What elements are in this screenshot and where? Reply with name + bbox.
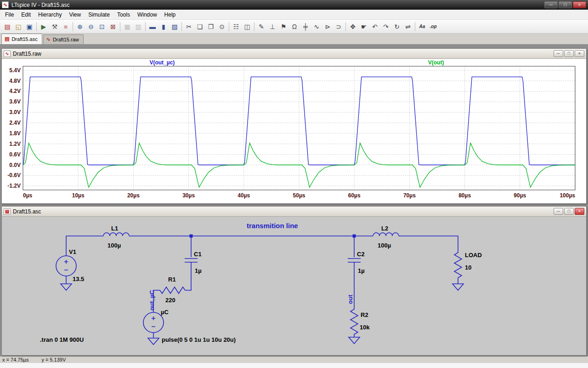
l2-name: L2 (381, 225, 388, 232)
rotate-button[interactable]: ↻ (391, 21, 402, 32)
menu-file[interactable]: File (1, 10, 17, 19)
l2-inductor[interactable]: L2 100µ (373, 225, 399, 249)
net-label-out[interactable]: out (347, 294, 354, 304)
menu-window[interactable]: Window (134, 10, 161, 19)
y-axis-tick-label: 3.0V (9, 109, 21, 115)
legend-v-out-c-[interactable]: V(out_µc) (149, 59, 175, 66)
window-title: LTspice IV - Draft15.asc (11, 2, 70, 8)
wire-button[interactable]: ✎ (256, 21, 267, 32)
r1-resistor[interactable]: R1 220 (158, 276, 187, 304)
schematic-file-icon: ▤ (4, 208, 11, 215)
tab-draft15.raw[interactable]: ∿Draft15.raw (43, 34, 84, 44)
schem-minimize-button[interactable]: ─ (554, 208, 563, 215)
cursor-y-readout: y = 5.139V (41, 357, 66, 362)
new-schematic-button[interactable]: ▤ (2, 21, 13, 32)
toolbar-separator (345, 22, 346, 31)
waveform-window-caption[interactable]: ∿ Draft15.raw ─ □ × (2, 49, 586, 59)
find-button[interactable]: ⊙ (216, 21, 227, 32)
toolbar-separator (229, 22, 229, 31)
wire-top-run[interactable] (66, 236, 458, 256)
r1-name: R1 (168, 276, 176, 283)
x-axis-tick-label: 100µs (560, 192, 575, 199)
toolbar-separator (181, 22, 182, 31)
menu-simulate[interactable]: Simulate (85, 10, 113, 19)
load-resistor[interactable]: LOAD 10 (452, 251, 482, 290)
diode-button[interactable]: ⊳ (322, 21, 333, 32)
l1-inductor[interactable]: L1 100µ (103, 225, 129, 249)
menu-help[interactable]: Help (161, 10, 180, 19)
spice-directive-text[interactable]: .tran 0 1M 900U (40, 336, 84, 343)
y-axis-tick-label: 1.2V (9, 141, 21, 147)
menu-view[interactable]: View (65, 10, 85, 19)
print-preview-button[interactable]: ◫ (242, 21, 253, 32)
schematic-canvas[interactable]: V1 13.5 L1 100µ L2 100µ (2, 217, 586, 355)
drag-button[interactable]: ☛ (358, 21, 369, 32)
r2-resistor[interactable]: R2 10k (349, 308, 370, 344)
cursor-x-readout: x = 74.75µs (2, 357, 28, 362)
label-net-button[interactable]: ⚑ (278, 21, 289, 32)
net-label-out-uc[interactable]: out_µC (148, 290, 155, 310)
inductor-button[interactable]: ∿ (311, 21, 322, 32)
x-axis-tick-label: 20µs (127, 192, 140, 199)
move-button[interactable]: ✥ (347, 21, 358, 32)
resistor-button[interactable]: Ω (289, 21, 300, 32)
r2-name: R2 (361, 311, 368, 318)
text-button[interactable]: Aa (417, 21, 428, 32)
run-button[interactable]: ▶ (38, 21, 49, 32)
schematic-window-caption[interactable]: ▤ Draft15.asc ─ □ × (2, 207, 586, 217)
uc-value: pulse(0 5 0 1u 1u 10u 20u) (162, 336, 236, 343)
y-axis-tick-label: 0.0V (9, 162, 21, 168)
mirror-button[interactable]: ⇌ (402, 21, 413, 32)
open-button[interactable]: ◱ (13, 21, 24, 32)
ground-button[interactable]: ⊥ (267, 21, 278, 32)
c1-capacitor[interactable]: C1 1µ (185, 237, 202, 290)
paste-button[interactable]: ❐ (205, 21, 216, 32)
print-button[interactable]: ☷ (231, 21, 242, 32)
menu-hierarchy[interactable]: Hierarchy (34, 10, 65, 19)
halt-button: ■ (60, 21, 71, 32)
tile-horizontal-button[interactable]: ▬ (147, 21, 158, 32)
l1-name: L1 (111, 225, 118, 232)
menu-tools[interactable]: Tools (113, 10, 134, 19)
undo-button[interactable]: ↶ (369, 21, 380, 32)
tab-draft15.asc[interactable]: ▤Draft15.asc (1, 34, 42, 44)
save-button[interactable]: ▣ (24, 21, 35, 32)
v1-voltage-source[interactable]: V1 13.5 (56, 248, 84, 290)
menubar: FileEditHierarchyViewSimulateToolsWindow… (0, 10, 588, 20)
tab-label: Draft15.raw (53, 37, 79, 42)
zoom-full-extents-button[interactable]: ⊠ (107, 21, 119, 32)
schem-restore-button[interactable]: □ (564, 208, 574, 215)
minimize-button[interactable]: ─ (544, 1, 558, 8)
l2-value: 100µ (378, 242, 391, 249)
waveform-chart[interactable]: 5.4V4.8V4.2V3.6V3.0V2.4V1.8V1.2V0.6V0.0V… (2, 59, 585, 202)
zoom-in-button[interactable]: ⊕ (74, 21, 85, 32)
wave-close-button[interactable]: × (575, 50, 584, 57)
copy-button[interactable]: ❏ (194, 21, 205, 32)
close-button[interactable]: × (573, 1, 586, 8)
redo-button[interactable]: ↷ (380, 21, 391, 32)
wave-minimize-button[interactable]: ─ (554, 50, 563, 57)
wave-restore-button[interactable]: □ (564, 50, 574, 57)
legend-v-out-[interactable]: V(out) (428, 59, 444, 66)
bottom-strip (0, 362, 588, 368)
zoom-area-button[interactable]: ⊡ (96, 21, 107, 32)
schematic-title-text[interactable]: transmition line (247, 222, 298, 230)
menu-edit[interactable]: Edit (17, 10, 34, 19)
uc-pulse-source[interactable]: µC pulse(0 5 0 1u 1u 10u 20u) (143, 290, 236, 345)
spice-directive-button[interactable]: .op (428, 21, 439, 32)
zoom-out-button[interactable]: ⊖ (85, 21, 96, 32)
maximize-button[interactable]: □ (559, 1, 572, 8)
tile-vertical-button[interactable]: ▮ (158, 21, 169, 32)
schem-close-button[interactable]: × (575, 208, 584, 215)
cut-button[interactable]: ✂ (183, 21, 194, 32)
control-panel-button[interactable]: ⚒ (49, 21, 60, 32)
component-button[interactable]: ⊃ (333, 21, 344, 32)
x-axis-tick-label: 30µs (182, 192, 195, 199)
y-axis-tick-label: -0.6V (7, 172, 21, 178)
cascade-windows-button[interactable]: ▧ (169, 21, 180, 32)
load-value: 10 (465, 264, 471, 271)
c2-value: 1µ (358, 267, 365, 274)
x-axis-tick-label: 0µs (23, 192, 33, 199)
waveform-plot-area[interactable]: 5.4V4.8V4.2V3.6V3.0V2.4V1.8V1.2V0.6V0.0V… (2, 59, 586, 203)
capacitor-button[interactable]: ╪ (300, 21, 311, 32)
